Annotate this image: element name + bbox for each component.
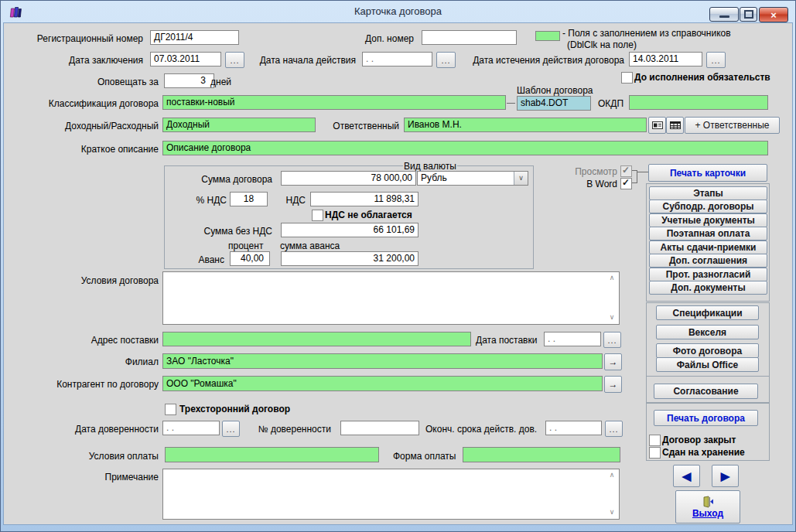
conclusion-date-field[interactable]: 07.03.2011	[150, 52, 221, 66]
counterparty-field[interactable]: ООО "Ромашка"	[162, 376, 603, 391]
contract-closed-checkbox[interactable]	[649, 435, 661, 446]
contract-closed-label: Договор закрыт	[662, 435, 736, 445]
currency-group-label: Вид валюты	[403, 161, 457, 172]
okdp-field[interactable]	[629, 95, 768, 110]
sum-no-vat-field[interactable]: 66 101,69	[281, 223, 418, 237]
door-exit-icon	[702, 496, 715, 508]
contract-sum-label: Сумма договора	[186, 174, 272, 185]
counterparty-open-button[interactable]: →	[604, 376, 622, 393]
scroll-down-icon[interactable]: ∨	[606, 508, 617, 516]
word-label: В Word	[580, 179, 617, 189]
branch-field[interactable]: ЗАО "Ласточка"	[162, 353, 603, 369]
approval-button[interactable]: Согласование	[654, 384, 758, 399]
exit-button[interactable]: Выход	[675, 490, 740, 523]
contract-sum-field[interactable]: 78 000,00	[281, 171, 416, 186]
delivery-address-field[interactable]	[162, 332, 471, 346]
scroll-up-icon[interactable]: ∧	[606, 274, 617, 281]
minimize-button[interactable]	[709, 7, 739, 22]
vat-field[interactable]: 11 898,31	[310, 192, 418, 206]
extra-docs-button[interactable]: Доп. документы	[649, 281, 767, 295]
poa-date-picker-button[interactable]: ...	[222, 421, 240, 437]
responsible-lookup-button[interactable]	[648, 117, 666, 134]
close-button[interactable]: ×	[759, 7, 788, 22]
conclusion-date-picker-button[interactable]: ...	[225, 52, 244, 68]
responsible-table-button[interactable]	[666, 117, 684, 134]
terms-textarea[interactable]	[162, 271, 620, 325]
office-files-button[interactable]: Файлы Office	[656, 357, 759, 372]
start-date-picker-button[interactable]: ...	[436, 52, 456, 68]
add-responsible-button[interactable]: + Ответственные	[685, 117, 780, 134]
vat-exempt-checkbox[interactable]	[312, 210, 323, 221]
currency-value: Рубль	[421, 172, 447, 183]
poa-date-field[interactable]: . .	[162, 421, 220, 435]
classification-field[interactable]: поставки-новый	[162, 95, 506, 110]
note-textarea[interactable]	[162, 469, 620, 520]
short-description-field[interactable]: Описание договора	[162, 141, 768, 155]
extra-number-field[interactable]	[422, 30, 517, 45]
tripartite-checkbox[interactable]	[165, 404, 176, 415]
print-card-button[interactable]: Печать карточки	[648, 164, 767, 182]
connector-line	[637, 172, 648, 172]
responsible-field[interactable]: Иванов М.Н.	[404, 118, 647, 132]
template-field[interactable]: shab4.DOT	[517, 96, 591, 111]
next-arrow-icon: ▶	[721, 469, 730, 483]
addenda-button[interactable]: Доп. соглашения	[649, 254, 767, 268]
word-checkbox[interactable]	[620, 178, 632, 189]
exit-label: Выход	[692, 508, 723, 519]
notify-days-field[interactable]: 3	[164, 73, 214, 88]
right-arrow-icon: →	[609, 356, 618, 367]
scroll-down-icon[interactable]: ∨	[606, 313, 617, 321]
accounting-docs-button[interactable]: Учетные документы	[649, 213, 767, 227]
terms-label: Условия договора	[73, 275, 159, 286]
window-title: Карточка договора	[0, 5, 796, 17]
poa-expiry-picker-button[interactable]: ...	[605, 421, 623, 437]
delivery-address-label: Адрес поставки	[73, 335, 159, 346]
subcontracts-button[interactable]: Субподр. договоры	[649, 200, 767, 213]
poa-expiry-field[interactable]: . .	[545, 421, 602, 435]
prev-record-button[interactable]: ◀	[673, 465, 700, 487]
until-fulfilled-checkbox[interactable]	[621, 72, 633, 84]
restore-icon	[744, 10, 753, 19]
next-record-button[interactable]: ▶	[712, 465, 739, 487]
stages-button[interactable]: Этапы	[649, 186, 767, 200]
print-contract-button[interactable]: Печать договора	[654, 410, 758, 426]
specifications-button[interactable]: Спецификации	[656, 305, 759, 320]
prev-arrow-icon: ◀	[682, 469, 692, 483]
tripartite-label: Трехсторонний договор	[179, 404, 290, 414]
poa-expiry-label: Оконч. срока действ. дов.	[425, 424, 536, 435]
delivery-date-picker-button[interactable]: ...	[603, 332, 621, 348]
scroll-up-icon[interactable]: ∧	[606, 471, 617, 479]
acceptance-acts-button[interactable]: Акты сдачи-приемки	[649, 240, 767, 254]
staged-payment-button[interactable]: Поэтапная оплата	[649, 227, 767, 240]
reg-number-field[interactable]: ДГ2011/4	[150, 30, 239, 45]
payment-terms-field[interactable]	[165, 447, 379, 462]
preview-checkbox[interactable]	[620, 165, 632, 177]
sum-no-vat-label: Сумма без НДС	[186, 226, 272, 237]
profit-type-field[interactable]: Доходный	[162, 118, 316, 132]
expiry-date-picker-button[interactable]: ...	[706, 52, 726, 68]
stored-label: Сдан на хранение	[662, 447, 745, 458]
disagreement-protocol-button[interactable]: Прот. разногласий	[649, 268, 767, 281]
poa-number-field[interactable]	[340, 421, 419, 435]
expiry-date-field[interactable]: 14.03.2011	[629, 52, 702, 66]
short-description-label: Краткое описание	[46, 144, 159, 155]
responsible-label: Ответственный	[316, 121, 399, 131]
payment-form-field[interactable]	[463, 447, 620, 462]
advance-percent-label: процент	[228, 240, 263, 251]
restore-button[interactable]	[740, 7, 757, 22]
bills-button[interactable]: Векселя	[656, 325, 759, 339]
branch-open-button[interactable]: →	[604, 353, 622, 370]
preview-label: Просмотр	[572, 166, 617, 177]
poa-date-label: Дата доверенности	[39, 424, 159, 435]
advance-label: Аванс	[192, 254, 224, 265]
vat-percent-field[interactable]: 18	[230, 192, 268, 206]
advance-amount-field[interactable]: 31 200,00	[281, 251, 418, 266]
delivery-date-field[interactable]: . .	[544, 332, 601, 346]
start-date-field[interactable]: . .	[362, 52, 432, 66]
advance-percent-field[interactable]: 40,00	[230, 251, 270, 266]
chevron-down-icon[interactable]: ∨	[514, 172, 528, 185]
contract-photo-button[interactable]: Фото договора	[656, 343, 759, 358]
poa-number-label: № доверенности	[248, 424, 331, 435]
stored-checkbox[interactable]	[649, 447, 661, 459]
currency-combobox[interactable]: Рубль ∨	[417, 171, 528, 186]
